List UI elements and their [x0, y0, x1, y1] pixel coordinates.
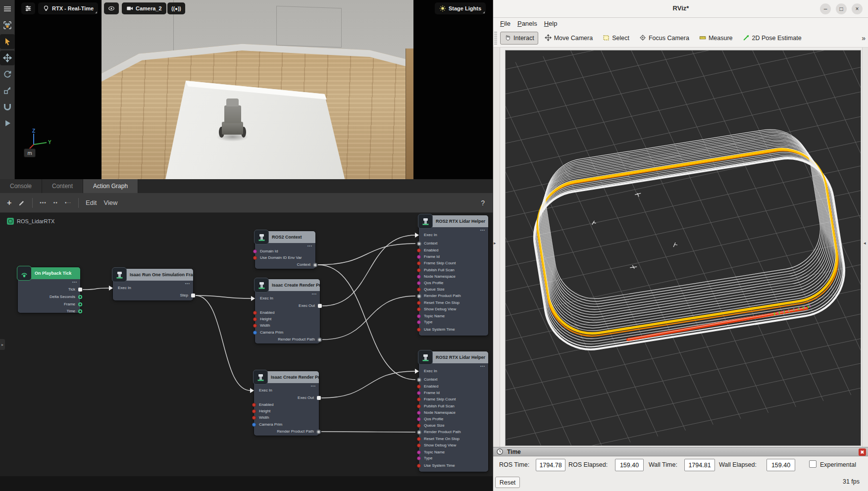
- tool-select[interactable]: Select: [599, 32, 633, 44]
- views-panel-collapsed[interactable]: ◂: [862, 48, 868, 447]
- port-dot-red[interactable]: [417, 424, 421, 428]
- displays-panel-collapsed[interactable]: ▸: [493, 48, 500, 447]
- viewport-settings-button[interactable]: [21, 2, 35, 14]
- panel-collapse-handle[interactable]: ▸: [0, 339, 5, 350]
- port-dot-red[interactable]: [417, 437, 421, 441]
- menu-file[interactable]: File: [500, 20, 511, 27]
- expand-panel-handle[interactable]: ◂: [864, 241, 866, 246]
- port-dot-red[interactable]: [417, 261, 421, 265]
- graph-breadcrumb[interactable]: ROS_LidarRTX: [7, 218, 54, 225]
- field-value-wall-time-[interactable]: 1794.81: [684, 459, 715, 471]
- port-dot-red[interactable]: [417, 404, 421, 408]
- rviz-3d-view[interactable]: [505, 50, 861, 446]
- prim-tool-button[interactable]: [0, 18, 15, 33]
- stage-lights-button[interactable]: Stage Lights: [435, 2, 486, 14]
- port-dot-green[interactable]: [78, 302, 82, 306]
- port-dot-red[interactable]: [417, 288, 421, 292]
- viewport[interactable]: RTX - Real-Time Camera_2 ((●)) Stage Lig…: [15, 0, 493, 179]
- graph-node-ctx[interactable]: ROS2 Context•••Domain IdUse Domain ID En…: [255, 231, 315, 269]
- field-value-ros-time-[interactable]: 1794.78: [536, 459, 565, 471]
- port-dot-exec-in[interactable]: [415, 369, 419, 374]
- rotate-tool-button[interactable]: [0, 67, 15, 82]
- edit-pencil-icon[interactable]: [18, 199, 25, 206]
- graph-options-button-3[interactable]: •··: [65, 200, 71, 205]
- node-menu-button[interactable]: •••: [480, 228, 485, 232]
- tool-measure[interactable]: Measure: [696, 32, 736, 44]
- port-dot-red[interactable]: [417, 443, 421, 447]
- node-menu-button[interactable]: •••: [307, 244, 312, 247]
- port-dot-magenta[interactable]: [417, 281, 421, 285]
- minimize-button[interactable]: –: [820, 3, 831, 14]
- port-dot-linked[interactable]: [316, 430, 321, 434]
- port-dot-exec-in[interactable]: [415, 233, 419, 238]
- tool-interact[interactable]: Interact: [500, 32, 538, 45]
- port-dot-linked[interactable]: [313, 263, 317, 267]
- graph-node-lh2[interactable]: ROS2 RTX Lidar Helper•••Exec InContextEn…: [419, 351, 488, 472]
- camera-select-button[interactable]: Camera_2: [122, 2, 166, 14]
- lidar-toggle-button[interactable]: ((●)): [167, 2, 185, 14]
- port-dot-red[interactable]: [253, 256, 257, 260]
- menu-panels[interactable]: Panels: [517, 20, 537, 27]
- port-dot-red[interactable]: [417, 464, 421, 468]
- port-dot-red[interactable]: [417, 301, 421, 305]
- graph-node-rp1[interactable]: Isaac Create Render Product•••Exec InExe…: [255, 279, 320, 344]
- graph-node-runframe[interactable]: Isaac Run One Simulation Frame•••Exec In…: [113, 269, 193, 300]
- port-dot-magenta[interactable]: [417, 391, 421, 395]
- close-button[interactable]: ×: [852, 3, 863, 14]
- port-dot-blue[interactable]: [253, 331, 257, 335]
- node-menu-button[interactable]: •••: [480, 364, 485, 368]
- play-tool-button[interactable]: [0, 116, 15, 131]
- graph-help-button[interactable]: ?: [481, 199, 485, 207]
- port-dot-red[interactable]: [252, 409, 256, 413]
- port-dot-linked[interactable]: [417, 294, 421, 298]
- port-dot-magenta[interactable]: [417, 275, 421, 279]
- port-dot-red[interactable]: [252, 416, 256, 420]
- menu-help[interactable]: Help: [544, 20, 558, 27]
- port-dot-linked[interactable]: [317, 338, 322, 342]
- node-menu-button[interactable]: •••: [312, 292, 317, 295]
- port-dot-exec-out[interactable]: [191, 294, 195, 297]
- port-dot-exec-in[interactable]: [109, 286, 113, 291]
- time-panel-header[interactable]: Time ✖: [493, 447, 868, 456]
- graph-options-button-2[interactable]: ••: [53, 200, 58, 205]
- port-dot-red[interactable]: [417, 328, 421, 332]
- field-value-wall-elapsed-[interactable]: 159.40: [766, 459, 795, 471]
- port-dot-red[interactable]: [417, 268, 421, 272]
- node-menu-button[interactable]: •••: [311, 384, 316, 388]
- graph-options-button-1[interactable]: •••: [40, 200, 47, 205]
- port-dot-red[interactable]: [253, 324, 257, 328]
- grid-unit-button[interactable]: m: [24, 148, 36, 157]
- magnet-tool-button[interactable]: [0, 99, 15, 114]
- reset-button[interactable]: Reset: [495, 477, 520, 488]
- toolbar-grip[interactable]: [494, 32, 497, 45]
- maximize-button[interactable]: □: [836, 3, 847, 14]
- tool-2d-pose-estimate[interactable]: 2D Pose Estimate: [739, 32, 805, 44]
- tab-action-graph[interactable]: Action Graph: [83, 179, 138, 193]
- toolbar-overflow-button[interactable]: »: [862, 34, 866, 42]
- time-panel-close-icon[interactable]: ✖: [859, 448, 866, 456]
- port-dot-red[interactable]: [252, 403, 256, 407]
- port-dot-red[interactable]: [417, 397, 421, 401]
- port-dot-green[interactable]: [78, 295, 82, 299]
- port-dot-linked[interactable]: [417, 242, 421, 246]
- tab-content[interactable]: Content: [42, 179, 83, 193]
- port-dot-magenta[interactable]: [253, 249, 257, 253]
- port-dot-linked[interactable]: [417, 430, 421, 435]
- graph-edit-menu[interactable]: Edit: [86, 199, 97, 206]
- expand-panel-handle[interactable]: ▸: [494, 241, 496, 246]
- tab-console[interactable]: Console: [0, 179, 42, 193]
- port-dot-exec-out[interactable]: [78, 288, 82, 292]
- graph-node-lh1[interactable]: ROS2 RTX Lidar Helper•••Exec InContextEn…: [419, 215, 488, 336]
- tool-move-camera[interactable]: Move Camera: [541, 32, 597, 44]
- port-dot-magenta[interactable]: [417, 450, 421, 454]
- graph-view-menu[interactable]: View: [103, 199, 117, 206]
- rviz-titlebar[interactable]: RViz* – □ ×: [493, 0, 868, 18]
- cursor-tool-button[interactable]: [0, 34, 15, 49]
- port-dot-magenta[interactable]: [417, 411, 421, 415]
- graph-node-tick[interactable]: On Playback Tick•••TickDelta SecondsFram…: [18, 267, 80, 313]
- port-dot-red[interactable]: [253, 317, 257, 321]
- port-dot-magenta[interactable]: [417, 314, 421, 318]
- port-dot-red[interactable]: [253, 311, 257, 315]
- move-tool-button[interactable]: [0, 50, 15, 65]
- render-mode-button[interactable]: RTX - Real-Time: [38, 2, 98, 14]
